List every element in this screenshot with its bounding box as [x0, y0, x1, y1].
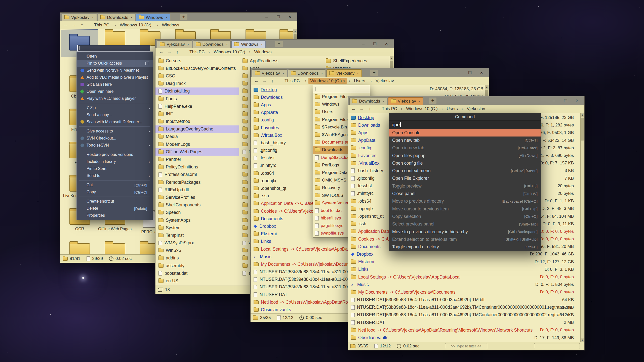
- file-row[interactable]: LanguageOverlayCache: [155, 125, 239, 133]
- tab-close-icon[interactable]: ×: [165, 15, 168, 20]
- command-item[interactable]: Move cursor to previous item [Ctrl+Up]: [389, 205, 541, 213]
- context-menu-item[interactable]: Add to VLC media player's Playlist: [77, 74, 153, 81]
- tab[interactable]: Vjekoslav ×: [252, 69, 287, 77]
- breadcrumb-segment[interactable]: › Vjekoslav: [460, 106, 487, 112]
- file-row[interactable]: NTUSER.DAT{53b39e88-18c4-11ea-a811-000d3…: [348, 311, 580, 319]
- tab[interactable]: Downloads ×: [288, 69, 326, 77]
- folder-item[interactable]: PolicyDefinitions: [63, 243, 97, 255]
- file-row[interactable]: Music D: 0, F: 1, 504 bytes: [348, 281, 580, 288]
- command-item[interactable]: Close panel [Ctrl+W]: [389, 190, 541, 197]
- close-button[interactable]: ×: [476, 69, 487, 76]
- file-row[interactable]: PolicyDefinitions: [155, 163, 239, 171]
- command-item[interactable]: Toggle preview [Ctrl+Q]: [389, 182, 541, 190]
- tab[interactable]: Downloads ×: [349, 97, 387, 105]
- file-row[interactable]: System: [155, 224, 239, 232]
- file-row[interactable]: Speech: [155, 209, 239, 216]
- maximize-button[interactable]: □: [370, 40, 380, 47]
- context-menu-item[interactable]: [79, 150, 150, 150]
- file-row[interactable]: DtcInstall.log: [155, 87, 239, 95]
- breadcrumb-segment[interactable]: › Windows: [247, 49, 273, 55]
- file-row[interactable]: Offline Web Pages: [155, 148, 239, 156]
- tab-close-icon[interactable]: ×: [187, 42, 189, 47]
- file-row[interactable]: addins: [155, 254, 239, 262]
- file-row[interactable]: WMSysPr9.prx: [155, 239, 239, 247]
- context-menu-item[interactable]: Include in library ▸: [77, 158, 153, 165]
- scroll-up-icon[interactable]: ▲: [390, 56, 393, 60]
- tab[interactable]: Vjekoslav ×: [62, 14, 97, 21]
- tab[interactable]: Windows ×: [136, 14, 170, 21]
- file-row[interactable]: SystemApps: [155, 216, 239, 224]
- file-row[interactable]: bootstat.dat: [155, 269, 239, 277]
- command-item[interactable]: Move to previous directory [Backspace] […: [389, 198, 541, 205]
- context-menu-item[interactable]: Send a copy...: [77, 111, 153, 118]
- command-input[interactable]: ope: [389, 121, 541, 129]
- minimize-button[interactable]: –: [453, 69, 464, 76]
- breadcrumb-segment[interactable]: This PC: [376, 106, 399, 112]
- maximize-button[interactable]: □: [273, 14, 284, 20]
- context-menu-item[interactable]: Cut [Ctrl+X]: [77, 182, 153, 189]
- context-menu-item[interactable]: Send with NordVPN Meshnet: [77, 67, 153, 74]
- up-button[interactable]: ↑: [269, 78, 276, 84]
- command-item[interactable]: Open File Explorer: [389, 175, 541, 182]
- context-menu-item[interactable]: Open: [77, 53, 153, 60]
- file-row[interactable]: ModemLogs: [155, 141, 239, 148]
- new-tab-button[interactable]: +: [370, 70, 378, 76]
- tab[interactable]: Vjekoslav ×: [327, 69, 362, 77]
- back-button[interactable]: ←: [253, 78, 260, 84]
- command-item[interactable]: Move to previous directory in hierarchy …: [389, 228, 541, 236]
- context-menu-item[interactable]: Send to ▸: [77, 172, 153, 179]
- context-menu-item[interactable]: Scan with Microsoft Defender...: [77, 118, 153, 125]
- context-menu-item[interactable]: Git Bash Here: [77, 81, 153, 88]
- command-item[interactable]: Select previous panel [Shift+Tab]: [389, 220, 541, 228]
- minimize-button[interactable]: –: [549, 97, 559, 104]
- close-button[interactable]: ×: [572, 97, 582, 104]
- command-item[interactable]: Open context menu [Ctrl+M] [Menu]: [389, 167, 541, 174]
- file-row[interactable]: Professional.xml: [155, 171, 239, 178]
- command-item[interactable]: Copy selection [Ctrl+C]: [389, 213, 541, 220]
- breadcrumb-segment[interactable]: › Windows 10 (C:): [112, 22, 154, 28]
- context-menu-item[interactable]: Create shortcut: [77, 198, 153, 205]
- command-item[interactable]: Open new tab [Ctrl+T]: [389, 137, 541, 144]
- file-row[interactable]: ShellComponents: [155, 201, 239, 209]
- breadcrumb-segment[interactable]: This PC: [184, 49, 206, 55]
- context-menu-item[interactable]: Open Vim here: [77, 88, 153, 95]
- tab[interactable]: Downloads ×: [98, 14, 136, 21]
- forward-button[interactable]: →: [70, 22, 78, 28]
- file-row[interactable]: NTUSER.DAT{53b39e88-18c4-11ea-a811-000d3…: [348, 296, 580, 304]
- back-button[interactable]: ←: [157, 49, 165, 55]
- file-row[interactable]: en-US: [155, 277, 239, 285]
- command-item[interactable]: Open in new tab [Ctrl+Enter]: [389, 144, 541, 152]
- file-row[interactable]: Eksterni D: 12, F: 127, 12 GB: [348, 258, 580, 266]
- context-menu-item[interactable]: Copy [Ctrl+C]: [77, 189, 153, 196]
- context-menu-item[interactable]: Delete [Delete]: [77, 205, 153, 212]
- file-row[interactable]: Panther: [155, 156, 239, 163]
- tab[interactable]: Vjekoslav ×: [157, 40, 192, 48]
- context-menu-item[interactable]: Properties: [77, 212, 153, 219]
- new-tab-button[interactable]: +: [429, 98, 436, 104]
- up-button[interactable]: ↑: [78, 22, 86, 28]
- scroll-up-icon[interactable]: ▲: [485, 85, 489, 89]
- breadcrumb-segment[interactable]: › Vjekoslav: [368, 78, 397, 84]
- context-menu-item[interactable]: 7-Zip ▸: [77, 104, 153, 111]
- file-row[interactable]: Local Settings -> C:\Users\Vjekoslav\App…: [348, 273, 580, 281]
- file-row[interactable]: AppReadiness: [239, 57, 323, 65]
- breadcrumb-segment[interactable]: › Windows: [155, 22, 183, 28]
- maximize-button[interactable]: □: [560, 97, 571, 104]
- breadcrumb-segment[interactable]: › Users: [347, 78, 368, 84]
- context-menu-item[interactable]: TortoiseSVN ▸: [77, 142, 153, 149]
- context-menu-item[interactable]: [79, 197, 150, 197]
- tab[interactable]: Vjekoslav ×: [388, 97, 423, 105]
- context-menu-item[interactable]: Play with VLC media player: [77, 95, 153, 102]
- tab-close-icon[interactable]: ×: [282, 71, 285, 75]
- close-button[interactable]: ×: [381, 40, 392, 47]
- tab-close-icon[interactable]: ×: [418, 99, 421, 103]
- tab-close-icon[interactable]: ×: [92, 15, 94, 20]
- scroll-up-icon[interactable]: ▲: [293, 29, 297, 33]
- file-row[interactable]: Cursors: [155, 57, 239, 65]
- filter-input[interactable]: [534, 343, 580, 349]
- up-button[interactable]: ↑: [366, 106, 374, 112]
- context-menu-item[interactable]: [79, 126, 150, 127]
- up-button[interactable]: ↑: [174, 49, 181, 55]
- filter-hint-input[interactable]: >> Type to filter <<: [445, 343, 487, 349]
- tab[interactable]: Downloads ×: [193, 40, 231, 48]
